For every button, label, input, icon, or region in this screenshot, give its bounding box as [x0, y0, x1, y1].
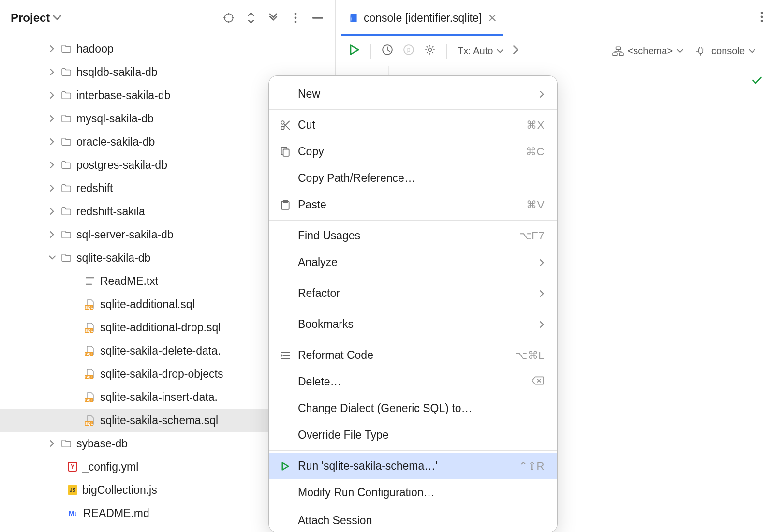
shortcut-label: ⌥F7	[519, 230, 545, 242]
menu-label: Find Usages	[298, 229, 360, 242]
tx-mode-dropdown[interactable]: Tx: Auto	[458, 45, 503, 57]
svg-point-16	[761, 20, 763, 22]
chevron-down-icon	[48, 255, 56, 260]
shortcut-label: ⌥⌘L	[515, 349, 545, 362]
tree-item-label: sqlite-additional.sql	[100, 298, 195, 311]
tree-item-label: sql-server-sakila-db	[76, 228, 174, 241]
folder-icon	[61, 68, 72, 76]
tree-item-label: _config.yml	[82, 460, 138, 473]
menu-run[interactable]: Run 'sqlite-sakila-schema…' ⌃⇧R	[269, 453, 557, 479]
run-button[interactable]	[349, 44, 360, 58]
menu-new[interactable]: New	[269, 81, 557, 107]
chevron-down-icon	[677, 49, 683, 54]
tree-folder-hadoop[interactable]: hadoop	[0, 37, 335, 60]
svg-point-6	[295, 17, 297, 19]
tree-item-label: postgres-sakila-db	[76, 159, 167, 172]
project-title-dropdown[interactable]: Project	[11, 11, 61, 25]
menu-label: Refactor	[298, 287, 340, 300]
menu-bookmarks[interactable]: Bookmarks	[269, 311, 557, 338]
folder-icon	[61, 44, 72, 53]
separator	[370, 44, 371, 59]
menu-cut[interactable]: Cut ⌘X	[269, 112, 557, 138]
tree-item-label: bigCollection.js	[82, 484, 157, 497]
folder-icon	[61, 161, 72, 169]
target-icon[interactable]	[222, 11, 236, 25]
more-vertical-icon[interactable]	[760, 12, 763, 25]
chevron-right-icon	[48, 69, 56, 75]
menu-label: Override File Type	[298, 429, 388, 442]
menu-override-filetype[interactable]: Override File Type	[269, 422, 557, 448]
folder-icon	[61, 253, 72, 262]
next-button[interactable]	[513, 45, 519, 57]
chevron-right-icon	[540, 318, 545, 331]
tab-label: console [identifier.sqlite]	[364, 12, 482, 25]
tree-item-label: README.md	[83, 507, 149, 520]
chevron-down-icon	[497, 49, 503, 54]
tx-mode-label: Tx: Auto	[458, 45, 493, 57]
chevron-right-icon	[48, 185, 56, 192]
tree-item-label: sqlite-sakila-schema.sql	[100, 414, 218, 427]
copy-icon	[279, 147, 292, 157]
tree-item-label: hsqldb-sakila-db	[76, 66, 157, 79]
menu-label: Reformat Code	[298, 349, 373, 362]
tree-item-label: hadoop	[76, 43, 114, 56]
folder-icon	[61, 230, 72, 239]
menu-analyze[interactable]: Analyze	[269, 249, 557, 276]
tree-item-label: sqlite-sakila-insert-data.	[100, 391, 218, 404]
shortcut-label: ⌘V	[526, 199, 545, 211]
menu-attach-session[interactable]: Attach Session	[269, 510, 557, 527]
menu-separator	[269, 340, 557, 340]
menu-label: Modify Run Configuration…	[298, 486, 435, 499]
menu-separator	[269, 309, 557, 309]
yaml-file-icon: Y	[68, 462, 77, 472]
collapse-icon[interactable]	[266, 11, 280, 25]
tree-item-label: sqlite-sakila-delete-data.	[100, 344, 221, 357]
minimize-icon[interactable]	[311, 11, 325, 25]
menu-change-dialect[interactable]: Change Dialect (Generic SQL) to…	[269, 395, 557, 422]
shortcut-label: ⌃⇧R	[519, 460, 545, 473]
svg-point-0	[224, 14, 233, 22]
close-tab-icon[interactable]	[488, 12, 496, 25]
expand-collapse-icon[interactable]	[244, 11, 258, 25]
menu-paste[interactable]: Paste ⌘V	[269, 192, 557, 218]
menu-refactor[interactable]: Refactor	[269, 280, 557, 307]
svg-rect-8	[312, 17, 323, 19]
tree-item-label: oracle-sakila-db	[76, 135, 155, 148]
scissors-icon	[279, 120, 292, 131]
project-header: Project	[0, 0, 335, 36]
menu-label: Attach Session	[298, 514, 372, 527]
editor-tab-console[interactable]: console [identifier.sqlite]	[341, 0, 503, 36]
js-file-icon: JS	[68, 485, 77, 495]
folder-icon	[61, 137, 72, 146]
menu-separator	[269, 109, 557, 110]
markdown-file-icon: M↓	[68, 508, 78, 518]
menu-copy[interactable]: Copy ⌘C	[269, 138, 557, 165]
schema-icon	[612, 46, 624, 56]
tree-item-label: sqlite-sakila-drop-objects	[100, 368, 223, 381]
menu-label: Change Dialect (Generic SQL) to…	[298, 402, 473, 415]
reformat-icon	[279, 351, 292, 360]
chevron-right-icon	[540, 256, 545, 269]
schema-label: <schema>	[628, 45, 673, 57]
svg-rect-28	[283, 149, 289, 156]
chevron-right-icon	[48, 115, 56, 122]
playground-button[interactable]: p	[403, 44, 414, 58]
svg-point-7	[295, 21, 297, 23]
settings-button[interactable]	[424, 44, 436, 58]
console-dropdown[interactable]: console	[695, 45, 755, 57]
menu-copy-path[interactable]: Copy Path/Reference…	[269, 165, 557, 192]
shortcut-label: ⌘X	[526, 119, 545, 132]
sql-file-icon: SQL	[85, 345, 95, 356]
menu-find-usages[interactable]: Find Usages ⌥F7	[269, 222, 557, 249]
schema-dropdown[interactable]: <schema>	[612, 45, 683, 57]
menu-reformat[interactable]: Reformat Code ⌥⌘L	[269, 342, 557, 369]
delete-key-icon	[531, 376, 545, 388]
check-icon[interactable]	[752, 76, 762, 87]
chevron-down-icon	[53, 15, 61, 21]
more-vertical-icon[interactable]	[289, 11, 302, 25]
menu-modify-run-config[interactable]: Modify Run Configuration…	[269, 479, 557, 506]
chevron-right-icon	[48, 440, 56, 447]
folder-icon	[61, 207, 72, 216]
menu-delete[interactable]: Delete…	[269, 369, 557, 395]
history-button[interactable]	[382, 44, 393, 58]
